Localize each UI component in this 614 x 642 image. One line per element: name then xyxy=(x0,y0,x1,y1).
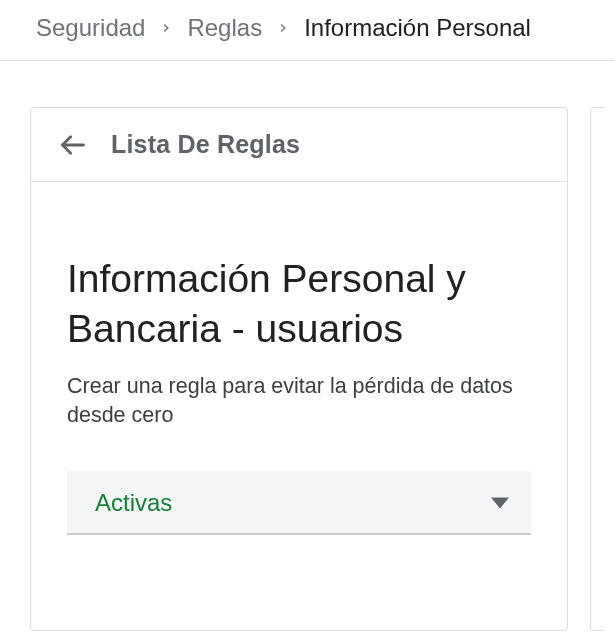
card-header-title: Lista De Reglas xyxy=(111,130,300,159)
breadcrumb-link-seguridad[interactable]: Seguridad xyxy=(36,14,145,42)
caret-down-icon xyxy=(491,497,509,509)
card-header: Lista De Reglas xyxy=(31,108,567,182)
card-body: Información Personal y Bancaria - usuari… xyxy=(31,182,567,565)
rule-description: Crear una regla para evitar la pérdida d… xyxy=(67,372,531,431)
rule-title: Información Personal y Bancaria - usuari… xyxy=(67,254,531,354)
rule-card: Lista De Reglas Información Personal y B… xyxy=(30,107,568,631)
breadcrumb: Seguridad Reglas Información Personal xyxy=(0,0,614,61)
chevron-right-icon xyxy=(276,21,290,35)
breadcrumb-current: Información Personal xyxy=(304,14,531,42)
status-select[interactable]: Activas xyxy=(67,471,531,535)
chevron-right-icon xyxy=(159,21,173,35)
status-select-value: Activas xyxy=(95,489,172,517)
breadcrumb-link-reglas[interactable]: Reglas xyxy=(187,14,262,42)
adjacent-card-edge xyxy=(590,107,604,631)
content-area: Lista De Reglas Información Personal y B… xyxy=(0,61,614,631)
svg-marker-1 xyxy=(491,498,509,509)
back-arrow-button[interactable] xyxy=(59,131,87,159)
